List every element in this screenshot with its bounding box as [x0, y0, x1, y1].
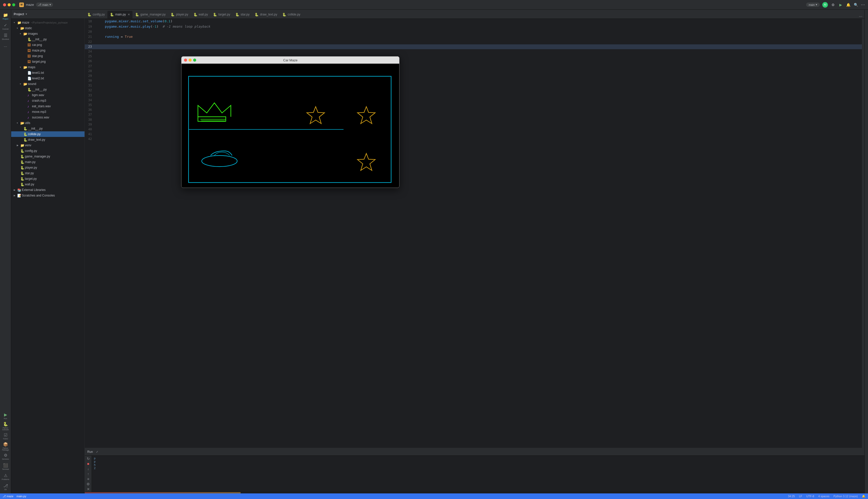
- tree-item-eat-stars[interactable]: ♪ eat_stars.wav: [11, 104, 84, 109]
- tree-item-static[interactable]: ▾ 📂 static: [11, 25, 84, 31]
- target-png-icon: 🖼: [27, 60, 32, 64]
- tree-item-config[interactable]: 🐍 config.py: [11, 148, 84, 154]
- sidebar-item-more[interactable]: ···: [1, 42, 10, 51]
- tree-item-car-png[interactable]: 🖼 car.png: [11, 42, 84, 48]
- tab-game-manager-label: game_manager.py: [140, 13, 166, 16]
- tree-item-star[interactable]: 🐍 star.py: [11, 170, 84, 176]
- tabs-more[interactable]: ⋯: [857, 14, 865, 19]
- tree-item-init-py1[interactable]: 🐍 __init__.py: [11, 37, 84, 42]
- tree-item-player[interactable]: 🐍 player.py: [11, 165, 84, 170]
- tab-config[interactable]: 🐍 config.py: [85, 11, 107, 19]
- tree-item-scratches[interactable]: ▶ 📝 Scratches and Consoles: [11, 193, 84, 198]
- sidebar-item-git[interactable]: ⎇ Git: [1, 482, 10, 491]
- tree-item-main[interactable]: 🐍 main.py: [11, 159, 84, 165]
- run-panel-toolbar: ↻ ■ ↓ ↑ ≡ ⚙ ✕: [85, 455, 92, 492]
- run-config-label: main: [809, 3, 815, 6]
- notifications-icon[interactable]: 🔔: [846, 2, 851, 7]
- ext-libs-arrow: ▶: [14, 188, 17, 191]
- run-restart-icon[interactable]: ↻: [85, 457, 91, 461]
- tab-game-manager[interactable]: 🐍 game_manager.py: [132, 11, 168, 19]
- tree-item-star-png[interactable]: 🖼 star.png: [11, 53, 84, 59]
- maps-label: maps: [28, 65, 35, 69]
- tab-main-close[interactable]: ✕: [128, 13, 130, 16]
- tree-item-init-py3[interactable]: 🐍 __init__.py: [11, 126, 84, 131]
- tree-item-crash[interactable]: ♪ crash.mp3: [11, 98, 84, 104]
- tab-wall-icon: 🐍: [193, 13, 198, 16]
- sidebar-item-project[interactable]: 📁 Project: [1, 12, 10, 21]
- run-close-icon[interactable]: ✕: [85, 487, 91, 491]
- tree-item-success[interactable]: ♪ success.wav: [11, 114, 84, 120]
- tree-item-sound[interactable]: ▾ 📂 sound: [11, 81, 84, 87]
- tree-root[interactable]: ▾ 📁 maze ~/PycharmProjects/yxc_py/maze: [11, 20, 84, 25]
- utils-arrow: ▾: [17, 122, 20, 124]
- project-header-chevron[interactable]: ▾: [26, 13, 27, 15]
- sidebar-item-run[interactable]: ▶ Run: [1, 411, 10, 421]
- status-file: main.py: [16, 495, 26, 498]
- status-indent[interactable]: 4 spaces: [818, 495, 830, 498]
- tree-item-init-py2[interactable]: 🐍 __init__.py: [11, 87, 84, 92]
- tree-item-collide[interactable]: 🐍 collide.py: [11, 131, 84, 137]
- tree-item-game-manager[interactable]: 🐍 game_manager.py: [11, 154, 84, 159]
- sidebar-item-problems[interactable]: ⚠ Problems: [1, 472, 10, 481]
- car-png-label: car.png: [32, 43, 42, 47]
- run-icon[interactable]: ▶: [838, 2, 843, 7]
- tree-item-level1[interactable]: 📄 level1.txt: [11, 70, 84, 75]
- run-stop-icon[interactable]: ■: [85, 462, 91, 466]
- utils-folder-icon: 📂: [20, 121, 24, 125]
- tree-item-venv[interactable]: ▶ 📁 venv: [11, 143, 84, 148]
- tree-item-external-libs[interactable]: ▶ 📚 External Libraries: [11, 187, 84, 193]
- search-icon[interactable]: 🔍: [853, 2, 858, 7]
- line-num-27: 27: [85, 64, 95, 69]
- tree-item-utils[interactable]: ▾ 📂 utils: [11, 120, 84, 126]
- star-icon: 🐍: [20, 171, 24, 175]
- minimize-button[interactable]: [8, 3, 11, 6]
- sidebar-item-terminal[interactable]: ⬛ Terminal: [1, 462, 10, 471]
- run-config[interactable]: main ▾: [806, 2, 820, 7]
- sidebar-item-services[interactable]: ⚙ Services: [1, 452, 10, 461]
- tree-item-maps[interactable]: ▾ 📂 maps: [11, 64, 84, 70]
- sidebar-item-python-package[interactable]: 📦 Python Package: [1, 442, 10, 451]
- tab-draw-text[interactable]: 🐍 draw_text.py: [252, 11, 280, 19]
- game-fullscreen-btn[interactable]: [193, 59, 196, 62]
- sidebar-item-python-console[interactable]: 🐍 Python Console: [1, 422, 10, 430]
- tab-wall[interactable]: 🐍 wall.py: [191, 11, 211, 19]
- tab-player[interactable]: 🐍 player.py: [168, 11, 191, 19]
- sidebar-item-todo[interactable]: ☑ TODO: [1, 431, 10, 441]
- copilot-icon[interactable]: AI: [822, 2, 828, 8]
- tab-collide[interactable]: 🐍 collide.py: [280, 11, 303, 19]
- project-header-label: Project: [14, 12, 24, 16]
- status-line-sep[interactable]: LF: [799, 495, 802, 498]
- status-position[interactable]: 34:25: [788, 495, 795, 498]
- run-scroll-end-icon[interactable]: ↓: [85, 467, 91, 471]
- tab-main[interactable]: 🐍 main.py ✕: [107, 11, 132, 19]
- game-window[interactable]: Car Maze: [181, 56, 400, 188]
- fullscreen-button[interactable]: [12, 3, 15, 6]
- scrollbar-right[interactable]: [862, 19, 865, 448]
- game-minimize-btn[interactable]: [189, 59, 192, 62]
- tree-item-target-png[interactable]: 🖼 target.png: [11, 59, 84, 64]
- more-icon[interactable]: ⋯: [861, 2, 865, 7]
- sidebar-item-structure[interactable]: ☰ Structure: [1, 32, 10, 41]
- tree-item-wall[interactable]: 🐍 wall.py: [11, 182, 84, 187]
- status-python[interactable]: Python 3.12 (maze): [833, 495, 858, 498]
- tree-item-target[interactable]: 🐍 target.py: [11, 176, 84, 182]
- run-settings-icon[interactable]: ⚙: [85, 482, 91, 486]
- close-button[interactable]: [3, 3, 6, 6]
- run-scroll-up-icon[interactable]: ↑: [85, 472, 91, 476]
- tree-item-maze-png[interactable]: 🖼 maze.png: [11, 48, 84, 53]
- tree-item-draw-text[interactable]: 🐍 draw_text.py: [11, 137, 84, 143]
- tree-item-move[interactable]: ♪ move.mp3: [11, 109, 84, 114]
- game-close-btn[interactable]: [184, 59, 187, 62]
- tree-item-bgm[interactable]: ♪ bgm.wav: [11, 92, 84, 98]
- status-branch[interactable]: ⎇ maze: [2, 495, 13, 498]
- sidebar-item-commit[interactable]: ✓ Commit: [1, 22, 10, 31]
- tab-target[interactable]: 🐍 target.py: [211, 11, 233, 19]
- status-encoding[interactable]: UTF-8: [806, 495, 814, 498]
- tree-item-level2[interactable]: 📄 level2.txt: [11, 75, 84, 81]
- tab-star[interactable]: 🐍 star.py: [233, 11, 252, 19]
- branch-selector[interactable]: ⎇ main ▾: [36, 2, 53, 7]
- tree-item-images[interactable]: ▾ 📂 images: [11, 31, 84, 37]
- tab-game-manager-icon: 🐍: [135, 13, 139, 16]
- settings-icon[interactable]: ⚙: [830, 2, 835, 7]
- run-filter-icon[interactable]: ≡: [85, 477, 91, 481]
